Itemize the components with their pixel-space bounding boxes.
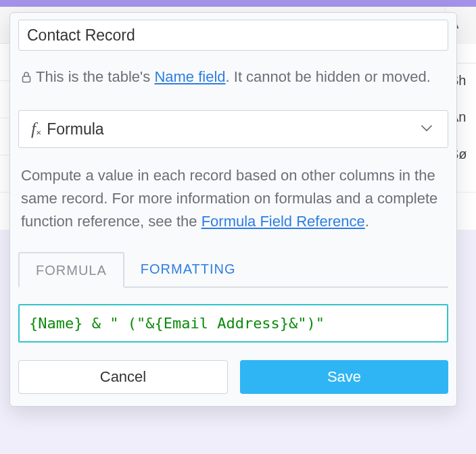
tab-formatting[interactable]: FORMATTING xyxy=(124,252,252,288)
save-button[interactable]: Save xyxy=(240,360,448,394)
formula-icon: f xyxy=(31,119,36,139)
tab-formula[interactable]: FORMULA xyxy=(18,252,124,288)
field-type-label: Formula xyxy=(47,120,418,138)
lock-icon xyxy=(21,67,32,90)
desc-text: . xyxy=(365,213,369,230)
formula-input[interactable]: {Name} & " ("&{Email Address}&")" xyxy=(18,304,448,343)
name-field-hint: This is the table's Name field. It canno… xyxy=(21,66,446,90)
field-config-panel: This is the table's Name field. It canno… xyxy=(9,12,457,407)
field-name-input[interactable] xyxy=(18,20,448,51)
cancel-button[interactable]: Cancel xyxy=(18,360,228,394)
app-accent-bar xyxy=(0,0,476,7)
dialog-buttons: Cancel Save xyxy=(18,360,448,394)
hint-text: This is the table's xyxy=(36,68,154,85)
svg-rect-0 xyxy=(23,76,30,82)
field-type-description: Compute a value in each record based on … xyxy=(21,164,446,233)
name-field-link[interactable]: Name field xyxy=(154,68,225,85)
hint-text: . It cannot be hidden or moved. xyxy=(226,68,431,85)
chevron-down-icon xyxy=(418,119,435,139)
formula-reference-link[interactable]: Formula Field Reference xyxy=(201,213,365,230)
field-type-select[interactable]: f Formula xyxy=(18,110,448,148)
field-config-tabs: FORMULA FORMATTING xyxy=(18,251,448,288)
